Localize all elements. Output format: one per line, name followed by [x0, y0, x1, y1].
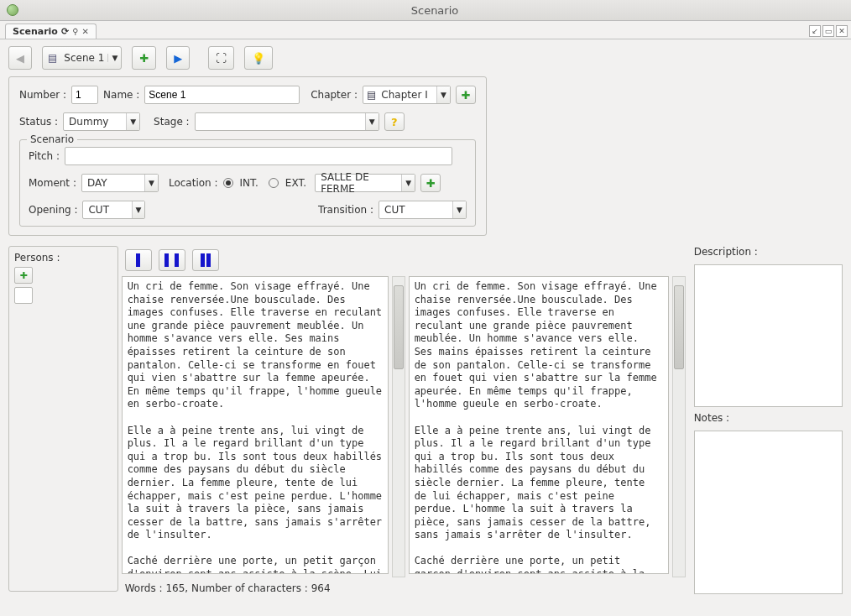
name-label: Name :: [103, 89, 139, 101]
play-icon: ▶: [174, 52, 182, 65]
idea-button[interactable]: 💡: [244, 46, 273, 70]
location-selector[interactable]: SALLE DE FERME ▼: [315, 174, 415, 192]
editor-toolbar: [122, 246, 686, 276]
chevron-down-icon[interactable]: ▼: [107, 54, 121, 62]
transition-selector[interactable]: CUT ▼: [379, 201, 467, 219]
notes-label: Notes :: [694, 412, 843, 424]
document-icon: ▤: [363, 89, 376, 101]
script-text-right[interactable]: Un cri de femme. Son visage effrayé. Une…: [409, 276, 669, 574]
scrollbar[interactable]: [392, 276, 405, 577]
scene-form: Number : Name : Chapter : ▤ Chapter I ▼ …: [8, 76, 487, 236]
chapter-value: Chapter I: [376, 89, 436, 101]
description-label: Description :: [694, 246, 843, 258]
panel-restore-icon[interactable]: ↙: [809, 25, 821, 37]
moment-label: Moment :: [29, 177, 76, 189]
panel-min-icon[interactable]: ▭: [822, 25, 834, 37]
layout-split-button[interactable]: [192, 249, 219, 271]
status-value: Dummy: [64, 116, 126, 128]
name-field[interactable]: [144, 86, 300, 104]
reload-icon[interactable]: ⟳: [61, 26, 69, 37]
tab-close-icon[interactable]: ✕: [81, 27, 88, 36]
main-toolbar: ◀ ▤ Scene 1 ▼ ✚ ▶ ⛶ 💡: [8, 46, 843, 70]
pin-icon[interactable]: ⚲: [72, 27, 78, 36]
help-icon: ?: [391, 116, 398, 128]
person-slot[interactable]: [14, 287, 33, 304]
status-label: Status :: [19, 116, 58, 128]
description-box[interactable]: [694, 264, 843, 407]
opening-selector[interactable]: CUT ▼: [82, 201, 145, 219]
chevron-down-icon[interactable]: ▼: [144, 175, 158, 191]
scrollbar-thumb[interactable]: [674, 285, 684, 369]
layout-single-button[interactable]: [125, 249, 152, 271]
plus-icon: ✚: [462, 89, 471, 102]
transition-value: CUT: [379, 204, 452, 216]
play-button[interactable]: ▶: [166, 46, 190, 70]
chevron-down-icon[interactable]: ▼: [452, 201, 466, 218]
scenario-legend: Scenario: [27, 133, 77, 145]
fullscreen-button[interactable]: ⛶: [208, 46, 234, 70]
chevron-down-icon[interactable]: ▼: [365, 113, 379, 130]
transition-label: Transition :: [318, 204, 373, 216]
window-titlebar: Scenario: [0, 0, 851, 21]
plus-icon: ✚: [139, 52, 149, 65]
location-value: SALLE DE FERME: [316, 171, 401, 195]
chevron-down-icon[interactable]: ▼: [126, 113, 139, 130]
window-close-icon[interactable]: [7, 4, 18, 16]
scrollbar[interactable]: [672, 276, 686, 577]
int-radio[interactable]: [223, 178, 233, 188]
expand-icon: ⛶: [216, 52, 227, 65]
tab-scenario[interactable]: Scenario ⟳ ⚲ ✕: [5, 23, 97, 39]
moment-value: DAY: [82, 177, 144, 189]
opening-label: Opening :: [29, 204, 77, 216]
document-icon: ▤: [43, 52, 60, 64]
number-label: Number :: [19, 89, 66, 101]
scene-selector[interactable]: ▤ Scene 1 ▼: [42, 46, 122, 70]
opening-value: CUT: [83, 204, 131, 216]
panel-controls: ↙ ▭ ✕: [809, 25, 851, 39]
tab-label: Scenario: [13, 26, 58, 37]
word-count-stats: Words : 165, Number of characters : 964: [122, 577, 686, 594]
window-title: Scenario: [25, 4, 844, 17]
persons-label: Persons :: [14, 252, 112, 264]
bulb-icon: 💡: [252, 52, 265, 65]
stage-label: Stage :: [154, 116, 190, 128]
side-panels: Description : Notes :: [689, 246, 843, 594]
back-button[interactable]: ◀: [8, 46, 32, 70]
number-field[interactable]: [71, 86, 98, 104]
chevron-down-icon[interactable]: ▼: [401, 175, 415, 191]
script-text-left[interactable]: Un cri de femme. Son visage effrayé. Une…: [122, 276, 389, 574]
chevron-down-icon[interactable]: ▼: [436, 86, 450, 103]
add-chapter-button[interactable]: ✚: [456, 86, 476, 104]
stage-selector[interactable]: ▼: [195, 112, 379, 131]
scrollbar-thumb[interactable]: [394, 285, 404, 369]
editor-column: Un cri de femme. Son visage effrayé. Une…: [122, 246, 686, 594]
ext-radio[interactable]: [269, 178, 279, 188]
ext-label: EXT.: [285, 177, 306, 189]
location-label: Location :: [169, 177, 218, 189]
tab-bar: Scenario ⟳ ⚲ ✕ ↙ ▭ ✕: [0, 21, 851, 39]
moment-selector[interactable]: DAY ▼: [81, 174, 159, 192]
chapter-selector[interactable]: ▤ Chapter I ▼: [363, 86, 451, 104]
pitch-field[interactable]: [65, 147, 452, 165]
pitch-label: Pitch :: [29, 150, 60, 162]
status-selector[interactable]: Dummy ▼: [63, 112, 140, 131]
layout-double-button[interactable]: [159, 249, 185, 271]
add-person-button[interactable]: ✚: [14, 267, 33, 284]
persons-panel: Persons : ✚: [8, 246, 118, 592]
plus-icon: ✚: [426, 177, 436, 190]
scenario-fieldset: Scenario Pitch : Moment : DAY ▼ Location…: [19, 139, 476, 227]
plus-icon: ✚: [19, 270, 27, 281]
stage-help-button[interactable]: ?: [384, 112, 405, 131]
chevron-down-icon[interactable]: ▼: [132, 201, 145, 218]
chevron-left-icon: ◀: [16, 52, 24, 65]
add-scene-button[interactable]: ✚: [132, 46, 156, 70]
add-location-button[interactable]: ✚: [420, 174, 441, 192]
scene-selector-label: Scene 1: [60, 52, 107, 64]
int-label: INT.: [240, 177, 258, 189]
panel-close-icon[interactable]: ✕: [836, 25, 848, 37]
notes-box[interactable]: [694, 431, 843, 594]
chapter-label: Chapter :: [311, 89, 358, 101]
